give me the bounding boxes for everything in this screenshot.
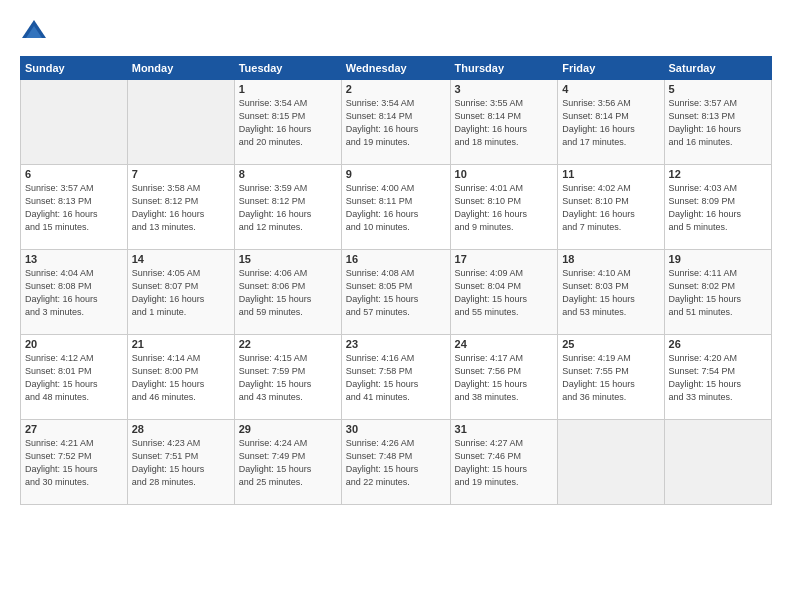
day-number: 23: [346, 338, 446, 350]
day-number: 24: [455, 338, 554, 350]
day-number: 16: [346, 253, 446, 265]
day-info: Sunrise: 4:14 AM Sunset: 8:00 PM Dayligh…: [132, 352, 230, 404]
day-info: Sunrise: 4:15 AM Sunset: 7:59 PM Dayligh…: [239, 352, 337, 404]
day-cell: 10Sunrise: 4:01 AM Sunset: 8:10 PM Dayli…: [450, 165, 558, 250]
day-cell: 5Sunrise: 3:57 AM Sunset: 8:13 PM Daylig…: [664, 80, 771, 165]
logo-icon: [20, 18, 48, 46]
day-number: 17: [455, 253, 554, 265]
week-row-2: 13Sunrise: 4:04 AM Sunset: 8:08 PM Dayli…: [21, 250, 772, 335]
day-cell: [127, 80, 234, 165]
day-cell: 21Sunrise: 4:14 AM Sunset: 8:00 PM Dayli…: [127, 335, 234, 420]
day-cell: 7Sunrise: 3:58 AM Sunset: 8:12 PM Daylig…: [127, 165, 234, 250]
logo: [20, 18, 52, 46]
day-info: Sunrise: 4:16 AM Sunset: 7:58 PM Dayligh…: [346, 352, 446, 404]
header-friday: Friday: [558, 57, 664, 80]
week-row-0: 1Sunrise: 3:54 AM Sunset: 8:15 PM Daylig…: [21, 80, 772, 165]
day-cell: 20Sunrise: 4:12 AM Sunset: 8:01 PM Dayli…: [21, 335, 128, 420]
day-number: 12: [669, 168, 767, 180]
day-cell: 15Sunrise: 4:06 AM Sunset: 8:06 PM Dayli…: [234, 250, 341, 335]
day-cell: 3Sunrise: 3:55 AM Sunset: 8:14 PM Daylig…: [450, 80, 558, 165]
day-cell: 2Sunrise: 3:54 AM Sunset: 8:14 PM Daylig…: [341, 80, 450, 165]
day-info: Sunrise: 3:54 AM Sunset: 8:15 PM Dayligh…: [239, 97, 337, 149]
day-number: 30: [346, 423, 446, 435]
day-info: Sunrise: 3:57 AM Sunset: 8:13 PM Dayligh…: [25, 182, 123, 234]
header-row: Sunday Monday Tuesday Wednesday Thursday…: [21, 57, 772, 80]
day-cell: 22Sunrise: 4:15 AM Sunset: 7:59 PM Dayli…: [234, 335, 341, 420]
day-info: Sunrise: 3:58 AM Sunset: 8:12 PM Dayligh…: [132, 182, 230, 234]
day-number: 19: [669, 253, 767, 265]
week-row-1: 6Sunrise: 3:57 AM Sunset: 8:13 PM Daylig…: [21, 165, 772, 250]
day-number: 26: [669, 338, 767, 350]
day-info: Sunrise: 4:05 AM Sunset: 8:07 PM Dayligh…: [132, 267, 230, 319]
header-wednesday: Wednesday: [341, 57, 450, 80]
day-cell: 30Sunrise: 4:26 AM Sunset: 7:48 PM Dayli…: [341, 420, 450, 505]
day-info: Sunrise: 4:08 AM Sunset: 8:05 PM Dayligh…: [346, 267, 446, 319]
day-number: 1: [239, 83, 337, 95]
day-info: Sunrise: 4:04 AM Sunset: 8:08 PM Dayligh…: [25, 267, 123, 319]
day-cell: 28Sunrise: 4:23 AM Sunset: 7:51 PM Dayli…: [127, 420, 234, 505]
day-number: 9: [346, 168, 446, 180]
day-info: Sunrise: 3:59 AM Sunset: 8:12 PM Dayligh…: [239, 182, 337, 234]
day-number: 15: [239, 253, 337, 265]
day-info: Sunrise: 4:03 AM Sunset: 8:09 PM Dayligh…: [669, 182, 767, 234]
header-monday: Monday: [127, 57, 234, 80]
day-number: 7: [132, 168, 230, 180]
day-info: Sunrise: 4:01 AM Sunset: 8:10 PM Dayligh…: [455, 182, 554, 234]
day-info: Sunrise: 4:19 AM Sunset: 7:55 PM Dayligh…: [562, 352, 659, 404]
week-row-3: 20Sunrise: 4:12 AM Sunset: 8:01 PM Dayli…: [21, 335, 772, 420]
header-saturday: Saturday: [664, 57, 771, 80]
day-number: 14: [132, 253, 230, 265]
day-info: Sunrise: 3:57 AM Sunset: 8:13 PM Dayligh…: [669, 97, 767, 149]
day-number: 8: [239, 168, 337, 180]
day-info: Sunrise: 4:21 AM Sunset: 7:52 PM Dayligh…: [25, 437, 123, 489]
day-number: 6: [25, 168, 123, 180]
header: [20, 18, 772, 46]
day-cell: 8Sunrise: 3:59 AM Sunset: 8:12 PM Daylig…: [234, 165, 341, 250]
day-info: Sunrise: 4:00 AM Sunset: 8:11 PM Dayligh…: [346, 182, 446, 234]
day-number: 3: [455, 83, 554, 95]
day-number: 22: [239, 338, 337, 350]
day-info: Sunrise: 3:55 AM Sunset: 8:14 PM Dayligh…: [455, 97, 554, 149]
day-cell: 16Sunrise: 4:08 AM Sunset: 8:05 PM Dayli…: [341, 250, 450, 335]
day-cell: 23Sunrise: 4:16 AM Sunset: 7:58 PM Dayli…: [341, 335, 450, 420]
day-number: 27: [25, 423, 123, 435]
header-sunday: Sunday: [21, 57, 128, 80]
day-cell: 29Sunrise: 4:24 AM Sunset: 7:49 PM Dayli…: [234, 420, 341, 505]
day-info: Sunrise: 3:56 AM Sunset: 8:14 PM Dayligh…: [562, 97, 659, 149]
day-cell: 13Sunrise: 4:04 AM Sunset: 8:08 PM Dayli…: [21, 250, 128, 335]
day-cell: 26Sunrise: 4:20 AM Sunset: 7:54 PM Dayli…: [664, 335, 771, 420]
day-info: Sunrise: 4:27 AM Sunset: 7:46 PM Dayligh…: [455, 437, 554, 489]
day-info: Sunrise: 4:26 AM Sunset: 7:48 PM Dayligh…: [346, 437, 446, 489]
day-cell: [664, 420, 771, 505]
day-info: Sunrise: 4:06 AM Sunset: 8:06 PM Dayligh…: [239, 267, 337, 319]
day-info: Sunrise: 4:11 AM Sunset: 8:02 PM Dayligh…: [669, 267, 767, 319]
day-info: Sunrise: 4:24 AM Sunset: 7:49 PM Dayligh…: [239, 437, 337, 489]
day-cell: 6Sunrise: 3:57 AM Sunset: 8:13 PM Daylig…: [21, 165, 128, 250]
header-tuesday: Tuesday: [234, 57, 341, 80]
day-number: 25: [562, 338, 659, 350]
day-number: 20: [25, 338, 123, 350]
day-number: 13: [25, 253, 123, 265]
day-number: 11: [562, 168, 659, 180]
day-number: 21: [132, 338, 230, 350]
day-number: 5: [669, 83, 767, 95]
day-cell: 27Sunrise: 4:21 AM Sunset: 7:52 PM Dayli…: [21, 420, 128, 505]
day-number: 4: [562, 83, 659, 95]
header-thursday: Thursday: [450, 57, 558, 80]
day-info: Sunrise: 4:20 AM Sunset: 7:54 PM Dayligh…: [669, 352, 767, 404]
day-number: 2: [346, 83, 446, 95]
day-cell: [558, 420, 664, 505]
day-number: 18: [562, 253, 659, 265]
page: Sunday Monday Tuesday Wednesday Thursday…: [0, 0, 792, 612]
day-cell: 11Sunrise: 4:02 AM Sunset: 8:10 PM Dayli…: [558, 165, 664, 250]
day-number: 31: [455, 423, 554, 435]
day-number: 10: [455, 168, 554, 180]
day-info: Sunrise: 4:09 AM Sunset: 8:04 PM Dayligh…: [455, 267, 554, 319]
day-cell: 1Sunrise: 3:54 AM Sunset: 8:15 PM Daylig…: [234, 80, 341, 165]
day-info: Sunrise: 4:17 AM Sunset: 7:56 PM Dayligh…: [455, 352, 554, 404]
day-cell: 9Sunrise: 4:00 AM Sunset: 8:11 PM Daylig…: [341, 165, 450, 250]
day-info: Sunrise: 4:23 AM Sunset: 7:51 PM Dayligh…: [132, 437, 230, 489]
day-number: 29: [239, 423, 337, 435]
day-info: Sunrise: 4:10 AM Sunset: 8:03 PM Dayligh…: [562, 267, 659, 319]
day-cell: 25Sunrise: 4:19 AM Sunset: 7:55 PM Dayli…: [558, 335, 664, 420]
